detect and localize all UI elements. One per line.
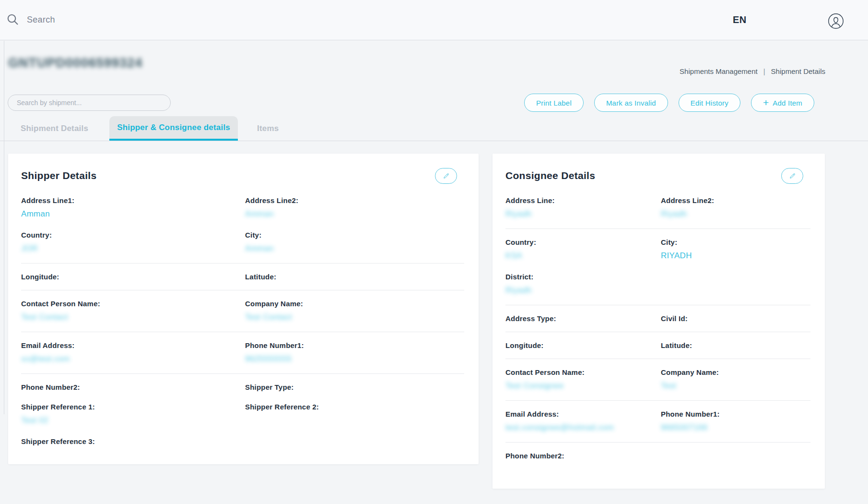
field: Country:KSA [505, 238, 661, 261]
field-label: Country: [21, 231, 245, 239]
field-label: Address Line: [505, 196, 661, 204]
search-icon [6, 12, 20, 27]
breadcrumb: Shipments Management | Shipment Details [680, 67, 825, 75]
field-row: Country:JORCity:Amman [21, 225, 464, 260]
field-value: 9625555555 [245, 354, 464, 364]
card-title: Consignee Details [505, 170, 595, 181]
field: Phone Number1:9625555555 [245, 341, 464, 364]
field: Email Address:xx@test.com [21, 341, 245, 364]
field: Phone Number2: [21, 383, 245, 391]
field: Longitude: [21, 273, 245, 281]
mark-as-invalid-button[interactable]: Mark as Invalid [594, 94, 668, 112]
field-label: Address Line2: [661, 196, 810, 204]
field-label: Address Line2: [245, 196, 464, 204]
field: Country:JOR [21, 231, 245, 254]
field: City:Amman [245, 231, 464, 254]
field-value: Riyadh [505, 286, 661, 296]
field-row: Shipper Reference 3: [21, 432, 464, 451]
field: Civil Id: [661, 314, 810, 323]
field-value: xx@test.com [21, 354, 245, 364]
user-menu-button[interactable] [828, 13, 844, 29]
field-label: Longitude: [21, 273, 245, 281]
field: Address Line2:Amman [245, 196, 464, 219]
tab-bar: Shipment DetailsShipper & Consignee deta… [0, 116, 868, 141]
field-label: Phone Number1: [661, 410, 810, 418]
field: Company Name:Test [661, 368, 810, 391]
field-value: Test Consignee [505, 381, 661, 391]
field-value: RIYADH [661, 251, 810, 261]
field-label: Latitude: [245, 273, 464, 281]
tab-shipper-consignee-details[interactable]: Shipper & Consignee details [109, 116, 238, 141]
add-item-button[interactable]: +Add Item [751, 94, 814, 112]
consignee-details-card: Consignee Details Address Line:RiyadhAdd… [493, 154, 825, 489]
divider [21, 290, 464, 290]
breadcrumb-separator: | [763, 67, 765, 75]
field-label: District: [505, 273, 661, 281]
field-label: Contact Person Name: [505, 368, 661, 376]
print-label-button[interactable]: Print Label [524, 94, 584, 112]
plus-icon: + [763, 97, 769, 108]
field-row: Longitude:Latitude: [505, 336, 810, 355]
field-row: Longitude:Latitude: [21, 267, 464, 287]
pencil-icon [789, 172, 796, 180]
field: Address Type: [505, 314, 661, 323]
field-value: KSA [505, 251, 661, 261]
edit-history-button[interactable]: Edit History [679, 94, 740, 112]
field-row: Phone Number2: [505, 446, 810, 466]
field: Latitude: [661, 341, 810, 349]
field: Shipper Reference 1:Test 02 [21, 403, 245, 426]
field-value: Test Contact [21, 312, 245, 323]
card-fields: Address Line:RiyadhAddress Line2:RiyadhC… [493, 186, 825, 466]
field: Shipper Reference 3: [21, 437, 245, 445]
field: Contact Person Name:Test Consignee [505, 368, 661, 391]
topbar: Search EN [0, 0, 868, 40]
field-row: Address Line:RiyadhAddress Line2:Riyadh [505, 191, 810, 225]
left-rail-line [4, 41, 4, 414]
divider [21, 332, 464, 332]
field-value: JOR [21, 244, 245, 254]
global-search[interactable]: Search [6, 12, 55, 27]
tab-items[interactable]: Items [244, 116, 292, 141]
shipper-details-card: Shipper Details Address Line1:AmmanAddre… [8, 154, 479, 464]
button-label: Mark as Invalid [606, 99, 656, 107]
field-label: Address Type: [505, 314, 661, 323]
language-selector[interactable]: EN [733, 14, 747, 25]
field-row: Phone Number2:Shipper Type: [21, 377, 464, 397]
field-label: Latitude: [661, 341, 810, 349]
edit-shipper-button[interactable] [435, 168, 457, 184]
field-value: Riyadh [661, 209, 810, 219]
field-label: Shipper Type: [245, 383, 464, 391]
field-label: Email Address: [505, 410, 661, 418]
field-label: Phone Number1: [245, 341, 464, 349]
field-label: Shipper Reference 2: [245, 403, 464, 411]
field-value: 9665007166 [661, 423, 810, 433]
field-value: Amman [245, 209, 464, 219]
field-label: City: [661, 238, 810, 246]
field-row: Shipper Reference 1:Test 02Shipper Refer… [21, 397, 464, 432]
shipment-id-title: GNTUPD0006599324 [8, 56, 142, 71]
tab-shipment-details[interactable]: Shipment Details [7, 116, 102, 141]
card-title: Shipper Details [21, 170, 96, 181]
breadcrumb-shipments-management[interactable]: Shipments Management [680, 67, 758, 75]
field-value: Test Contact [245, 312, 464, 323]
shipment-details-page: Search EN GNTUPD0006599324 Shipments Man… [0, 0, 868, 504]
field-label: Phone Number2: [21, 383, 245, 391]
pencil-icon [443, 172, 450, 180]
user-icon [828, 13, 844, 29]
field: Phone Number2: [505, 452, 661, 460]
field-value: Test [661, 381, 810, 391]
shipment-search-input[interactable] [8, 95, 171, 111]
field: Company Name:Test Contact [245, 300, 464, 323]
edit-consignee-button[interactable] [781, 168, 803, 184]
toolbar-buttons: Print LabelMark as InvalidEdit History+A… [524, 94, 814, 112]
card-header: Shipper Details [8, 154, 479, 186]
field-label: Phone Number2: [505, 452, 661, 460]
field: Latitude: [245, 273, 464, 281]
field-row: Contact Person Name:Test ConsigneeCompan… [505, 362, 810, 397]
field-value: test.consignee@hotmail.com [505, 423, 661, 433]
field-row: Address Type:Civil Id: [505, 309, 810, 328]
field-label: Address Line1: [21, 196, 245, 204]
field-label: Shipper Reference 3: [21, 437, 245, 445]
global-search-label: Search [27, 15, 55, 25]
field-label: City: [245, 231, 464, 239]
